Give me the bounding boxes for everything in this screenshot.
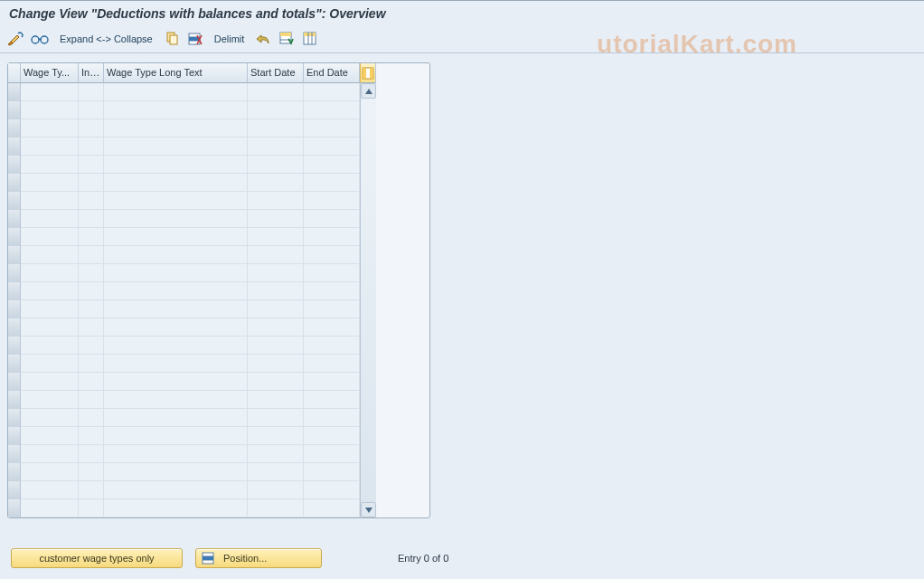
table-cell[interactable] <box>79 463 104 481</box>
table-cell[interactable] <box>21 463 79 481</box>
table-cell[interactable] <box>104 427 248 445</box>
table-cell[interactable] <box>304 138 360 156</box>
table-cell[interactable] <box>248 192 304 210</box>
row-selector[interactable] <box>8 246 21 264</box>
table-cell[interactable] <box>248 119 304 138</box>
table-cell[interactable] <box>104 156 248 174</box>
table-cell[interactable] <box>248 264 304 282</box>
table-cell[interactable] <box>248 138 304 156</box>
table-cell[interactable] <box>21 101 79 119</box>
table-cell[interactable] <box>104 337 248 355</box>
table-cell[interactable] <box>79 228 104 246</box>
table-cell[interactable] <box>304 174 360 192</box>
table-cell[interactable] <box>304 300 360 318</box>
row-selector[interactable] <box>8 228 21 246</box>
table-cell[interactable] <box>79 391 104 409</box>
copy-icon[interactable] <box>164 31 180 47</box>
table-cell[interactable] <box>21 174 79 192</box>
table-cell[interactable] <box>79 119 104 138</box>
table-settings-icon[interactable] <box>302 31 318 47</box>
col-infotype[interactable]: Inf... <box>79 63 104 83</box>
table-cell[interactable] <box>304 228 360 246</box>
table-cell[interactable] <box>21 427 79 445</box>
table-cell[interactable] <box>248 463 304 481</box>
table-cell[interactable] <box>104 83 248 101</box>
table-cell[interactable] <box>79 445 104 463</box>
table-cell[interactable] <box>79 174 104 192</box>
row-selector[interactable] <box>8 337 21 355</box>
table-cell[interactable] <box>21 409 79 427</box>
table-cell[interactable] <box>304 427 360 445</box>
row-selector[interactable] <box>8 481 21 499</box>
table-cell[interactable] <box>21 83 79 101</box>
table-cell[interactable] <box>248 409 304 427</box>
row-selector[interactable] <box>8 373 21 391</box>
select-all-icon[interactable] <box>278 31 295 47</box>
table-cell[interactable] <box>248 101 304 119</box>
table-cell[interactable] <box>104 228 248 246</box>
table-cell[interactable] <box>248 246 304 264</box>
table-cell[interactable] <box>248 481 304 499</box>
row-selector[interactable] <box>8 499 21 517</box>
table-cell[interactable] <box>304 156 360 174</box>
table-cell[interactable] <box>304 282 360 300</box>
table-cell[interactable] <box>21 246 79 264</box>
delimit-button[interactable]: Delimit <box>211 33 249 44</box>
table-cell[interactable] <box>104 318 248 337</box>
table-cell[interactable] <box>79 246 104 264</box>
table-cell[interactable] <box>79 101 104 119</box>
table-cell[interactable] <box>304 101 360 119</box>
position-button[interactable]: Position... <box>195 548 322 568</box>
table-cell[interactable] <box>104 101 248 119</box>
table-cell[interactable] <box>79 481 104 499</box>
table-cell[interactable] <box>79 138 104 156</box>
table-cell[interactable] <box>104 119 248 138</box>
row-selector[interactable] <box>8 355 21 373</box>
table-cell[interactable] <box>304 445 360 463</box>
table-cell[interactable] <box>104 174 248 192</box>
col-end-date[interactable]: End Date <box>304 63 360 83</box>
table-cell[interactable] <box>104 463 248 481</box>
table-cell[interactable] <box>248 210 304 228</box>
table-cell[interactable] <box>21 481 79 499</box>
table-cell[interactable] <box>21 318 79 337</box>
table-cell[interactable] <box>79 355 104 373</box>
table-cell[interactable] <box>104 391 248 409</box>
col-wage-type-long[interactable]: Wage Type Long Text <box>104 63 248 83</box>
table-cell[interactable] <box>304 409 360 427</box>
table-cell[interactable] <box>304 481 360 499</box>
expand-collapse-button[interactable]: Expand <-> Collapse <box>56 33 156 44</box>
col-wage-type[interactable]: Wage Ty... <box>21 63 79 83</box>
table-cell[interactable] <box>21 119 79 138</box>
table-cell[interactable] <box>248 427 304 445</box>
table-cell[interactable] <box>248 300 304 318</box>
glasses-icon[interactable] <box>31 31 49 47</box>
table-cell[interactable] <box>79 282 104 300</box>
row-selector[interactable] <box>8 210 21 228</box>
table-cell[interactable] <box>79 337 104 355</box>
table-cell[interactable] <box>79 427 104 445</box>
table-cell[interactable] <box>248 355 304 373</box>
table-cell[interactable] <box>104 138 248 156</box>
table-cell[interactable] <box>104 355 248 373</box>
vertical-scrollbar[interactable] <box>360 83 376 517</box>
table-cell[interactable] <box>21 300 79 318</box>
pencil-toggle-icon[interactable] <box>7 31 24 47</box>
table-cell[interactable] <box>21 499 79 517</box>
table-cell[interactable] <box>79 156 104 174</box>
table-cell[interactable] <box>304 391 360 409</box>
table-cell[interactable] <box>304 373 360 391</box>
row-selector[interactable] <box>8 463 21 481</box>
row-selector[interactable] <box>8 445 21 463</box>
table-cell[interactable] <box>304 499 360 517</box>
table-cell[interactable] <box>304 210 360 228</box>
table-cell[interactable] <box>248 337 304 355</box>
table-cell[interactable] <box>104 481 248 499</box>
table-cell[interactable] <box>304 83 360 101</box>
table-cell[interactable] <box>79 192 104 210</box>
table-cell[interactable] <box>304 337 360 355</box>
table-cell[interactable] <box>304 246 360 264</box>
table-cell[interactable] <box>104 445 248 463</box>
table-cell[interactable] <box>248 318 304 337</box>
row-selector[interactable] <box>8 101 21 119</box>
